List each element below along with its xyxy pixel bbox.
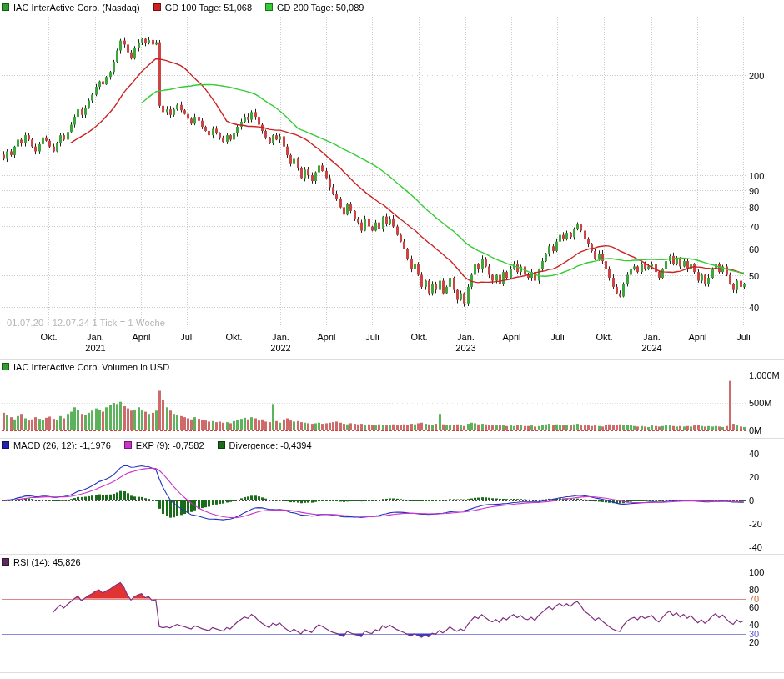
volume-series-legend-item: IAC InterActive Corp. Volumen in USD xyxy=(2,362,169,372)
exp-legend-item: EXP (9): -0,7582 xyxy=(124,440,204,450)
macd-legend: MACD (26, 12): -1,1976 EXP (9): -0,7582 … xyxy=(2,440,312,450)
rsi-swatch-icon xyxy=(2,558,9,566)
price-series-swatch-icon xyxy=(2,3,9,11)
price-series-label: IAC InterActive Corp. (Nasdaq) xyxy=(13,3,140,13)
chart-canvas[interactable] xyxy=(0,0,784,679)
stock-chart-page: IAC InterActive Corp. (Nasdaq) GD 100 Ta… xyxy=(0,0,784,679)
gd200-legend-item: GD 200 Tage: 50,089 xyxy=(265,3,364,13)
price-series-legend-item: IAC InterActive Corp. (Nasdaq) xyxy=(2,3,140,13)
divergence-swatch-icon xyxy=(218,441,225,449)
gd100-swatch-icon xyxy=(153,3,161,11)
gd200-swatch-icon xyxy=(265,3,273,11)
exp-swatch-icon xyxy=(124,441,132,449)
volume-legend: IAC InterActive Corp. Volumen in USD xyxy=(2,361,169,372)
macd-swatch-icon xyxy=(2,441,9,449)
rsi-legend: RSI (14): 45,826 xyxy=(2,556,81,567)
gd100-label: GD 100 Tage: 51,068 xyxy=(165,3,252,13)
chart-period-note: 01.07.20 - 12.07.24 1 Tick = 1 Woche xyxy=(7,318,165,328)
exp-label: EXP (9): -0,7582 xyxy=(136,440,204,450)
volume-series-label: IAC InterActive Corp. Volumen in USD xyxy=(13,362,169,372)
volume-series-swatch-icon xyxy=(2,363,9,370)
gd200-label: GD 200 Tage: 50,089 xyxy=(277,3,364,13)
divergence-label: Divergence: -0,4394 xyxy=(229,440,312,450)
macd-legend-item: MACD (26, 12): -1,1976 xyxy=(2,440,111,450)
gd100-legend-item: GD 100 Tage: 51,068 xyxy=(153,3,252,13)
macd-label: MACD (26, 12): -1,1976 xyxy=(13,440,111,450)
rsi-legend-item: RSI (14): 45,826 xyxy=(2,557,81,567)
divergence-legend-item: Divergence: -0,4394 xyxy=(218,440,312,450)
price-legend: IAC InterActive Corp. (Nasdaq) GD 100 Ta… xyxy=(2,2,364,13)
rsi-label: RSI (14): 45,826 xyxy=(13,557,81,567)
